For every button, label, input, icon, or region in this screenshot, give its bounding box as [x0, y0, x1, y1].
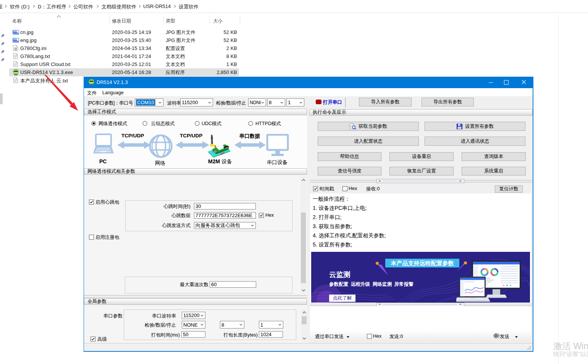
svg-text:JPG: JPG [13, 31, 17, 32]
svg-text:JPG: JPG [13, 39, 17, 40]
